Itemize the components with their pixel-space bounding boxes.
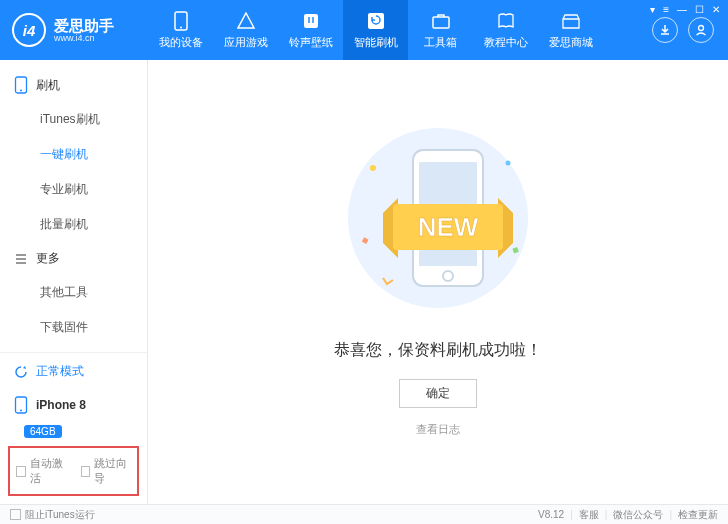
book-icon (496, 11, 516, 31)
support-link[interactable]: 客服 (579, 508, 599, 522)
device-name: iPhone 8 (36, 398, 86, 412)
app-name: 爱思助手 (54, 18, 114, 33)
download-button[interactable] (652, 17, 678, 43)
svg-point-9 (20, 410, 22, 412)
nav-store[interactable]: 爱思商城 (538, 0, 603, 60)
sidebar: 刷机 iTunes刷机 一键刷机 专业刷机 批量刷机 更多 其他工具 下载固件 … (0, 60, 148, 504)
logo: i4 爱思助手 www.i4.cn (0, 13, 148, 47)
confirm-button[interactable]: 确定 (399, 379, 477, 408)
device-mode-status[interactable]: 正常模式 (0, 353, 147, 390)
device-info[interactable]: iPhone 8 (0, 390, 147, 424)
phone-icon (14, 76, 28, 94)
toolbox-icon (431, 11, 451, 31)
svg-rect-4 (433, 17, 449, 28)
svg-rect-2 (304, 14, 318, 28)
header-mini-icon-2[interactable]: ≡ (663, 4, 669, 15)
svg-point-12 (506, 160, 511, 165)
sidebar-group-more[interactable]: 更多 (0, 242, 147, 275)
user-button[interactable] (688, 17, 714, 43)
check-update-link[interactable]: 检查更新 (678, 508, 718, 522)
maximize-button[interactable]: ☐ (695, 4, 704, 15)
view-log-link[interactable]: 查看日志 (416, 422, 460, 437)
header-actions (652, 17, 728, 43)
wechat-link[interactable]: 微信公众号 (613, 508, 663, 522)
svg-point-7 (20, 90, 22, 92)
skip-guide-checkbox[interactable]: 跳过向导 (81, 456, 132, 486)
menu-icon (14, 252, 28, 266)
phone-icon (14, 396, 28, 414)
sidebar-item-batch-flash[interactable]: 批量刷机 (0, 207, 147, 242)
logo-icon: i4 (12, 13, 46, 47)
sidebar-group-flash[interactable]: 刷机 (0, 68, 147, 102)
storage-badge: 64GB (24, 425, 62, 438)
option-box-highlight: 自动激活 跳过向导 (8, 446, 139, 496)
window-controls: ▾ ≡ — ☐ ✕ (650, 4, 720, 15)
apps-icon (236, 11, 256, 31)
sidebar-item-pro-flash[interactable]: 专业刷机 (0, 172, 147, 207)
top-nav: 我的设备 应用游戏 铃声壁纸 智能刷机 工具箱 教程中心 爱思商城 (148, 0, 603, 60)
sidebar-item-other-tools[interactable]: 其他工具 (0, 275, 147, 310)
app-site: www.i4.cn (54, 33, 114, 43)
success-message: 恭喜您，保资料刷机成功啦！ (334, 340, 542, 361)
block-itunes-checkbox[interactable]: 阻止iTunes运行 (10, 508, 95, 522)
nav-my-device[interactable]: 我的设备 (148, 0, 213, 60)
svg-point-11 (370, 165, 376, 171)
refresh-icon (366, 11, 386, 31)
status-bar: 阻止iTunes运行 V8.12| 客服| 微信公众号| 检查更新 (0, 504, 728, 524)
main-content: NEW 恭喜您，保资料刷机成功啦！ 确定 查看日志 (148, 60, 728, 504)
nav-apps[interactable]: 应用游戏 (213, 0, 278, 60)
phone-icon (171, 11, 191, 31)
sidebar-item-download-fw[interactable]: 下载固件 (0, 310, 147, 345)
nav-flash[interactable]: 智能刷机 (343, 0, 408, 60)
sync-icon (14, 365, 28, 379)
version-label: V8.12 (538, 509, 564, 520)
sidebar-item-onekey-flash[interactable]: 一键刷机 (0, 137, 147, 172)
svg-point-1 (180, 26, 182, 28)
store-icon (561, 11, 581, 31)
nav-ringtones[interactable]: 铃声壁纸 (278, 0, 343, 60)
new-badge-text: NEW (418, 212, 479, 242)
music-icon (301, 11, 321, 31)
svg-point-5 (699, 26, 704, 31)
close-button[interactable]: ✕ (712, 4, 720, 15)
sidebar-item-advanced[interactable]: 高级功能 (0, 345, 147, 352)
nav-toolbox[interactable]: 工具箱 (408, 0, 473, 60)
sidebar-item-itunes-flash[interactable]: iTunes刷机 (0, 102, 147, 137)
app-header: ▾ ≡ — ☐ ✕ i4 爱思助手 www.i4.cn 我的设备 应用游戏 铃声… (0, 0, 728, 60)
minimize-button[interactable]: — (677, 4, 687, 15)
header-mini-icon-1[interactable]: ▾ (650, 4, 655, 15)
nav-tutorials[interactable]: 教程中心 (473, 0, 538, 60)
success-illustration: NEW (323, 118, 553, 318)
auto-activate-checkbox[interactable]: 自动激活 (16, 456, 67, 486)
